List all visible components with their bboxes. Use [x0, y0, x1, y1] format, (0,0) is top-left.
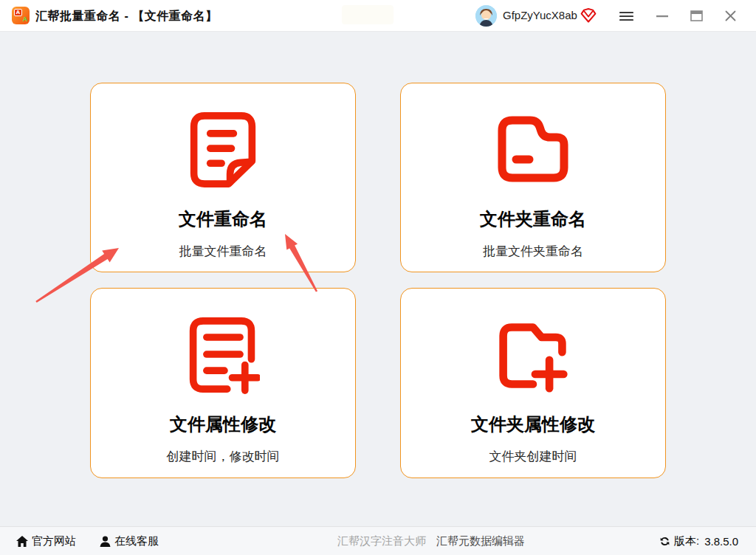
titlebar: A A 汇帮批量重命名 - 【文件重命名】 GfpZyYucX8ab — [0, 0, 756, 32]
folder-plus-icon — [496, 314, 570, 396]
maximize-icon[interactable] — [684, 6, 709, 26]
card-subtitle: 创建时间，修改时间 — [167, 448, 280, 465]
card-file-attributes[interactable]: 文件属性修改 创建时间，修改时间 — [90, 288, 356, 478]
username-label[interactable]: GfpZyYucX8ab — [503, 9, 577, 21]
person-icon — [100, 536, 111, 547]
card-title: 文件夹重命名 — [480, 207, 586, 231]
version-value: 3.8.5.0 — [704, 535, 738, 548]
file-plus-icon — [186, 314, 260, 396]
app-logo-icon: A A — [12, 7, 30, 24]
avatar-face-icon — [475, 5, 497, 27]
card-title: 文件夹属性修改 — [471, 413, 595, 436]
pinyin-app-link[interactable]: 汇帮汉字注音大师 — [337, 534, 426, 548]
folder-icon — [496, 108, 570, 191]
refresh-icon — [659, 536, 670, 547]
card-subtitle: 批量文件夹重命名 — [483, 243, 583, 260]
avatar[interactable] — [475, 5, 497, 27]
official-site-link[interactable]: 官方网站 — [16, 534, 76, 548]
window-title: 汇帮批量重命名 - 【文件重命名】 — [35, 9, 218, 24]
app-window: A A 汇帮批量重命名 - 【文件重命名】 GfpZyYucX8ab — [0, 0, 756, 555]
online-support-label: 在线客服 — [114, 534, 159, 548]
pinyin-app-label: 汇帮汉字注音大师 — [337, 534, 426, 548]
official-site-label: 官方网站 — [32, 534, 76, 548]
home-icon — [16, 536, 28, 547]
app-logo-letter: A — [23, 16, 28, 23]
minimize-icon[interactable] — [650, 6, 675, 26]
hamburger-menu-icon[interactable] — [614, 6, 639, 26]
app-logo-letter: A — [14, 9, 22, 16]
footer: 官方网站 在线客服 汇帮汉字注音大师 汇帮元数据编辑器 版本: 3.8.5.0 — [0, 526, 756, 555]
card-subtitle: 文件夹创建时间 — [489, 448, 577, 465]
close-icon[interactable] — [718, 6, 743, 26]
card-title: 文件属性修改 — [170, 413, 276, 436]
vip-gem-icon[interactable] — [580, 7, 597, 24]
file-lines-icon — [186, 108, 260, 191]
metadata-app-link[interactable]: 汇帮元数据编辑器 — [436, 534, 525, 548]
metadata-app-label: 汇帮元数据编辑器 — [436, 534, 525, 548]
card-file-rename[interactable]: 文件重命名 批量文件重命名 — [90, 83, 356, 272]
card-subtitle: 批量文件重命名 — [179, 243, 267, 260]
version-info[interactable]: 版本: 3.8.5.0 — [659, 534, 738, 548]
faded-banner — [342, 5, 394, 24]
card-folder-rename[interactable]: 文件夹重命名 批量文件夹重命名 — [400, 83, 666, 272]
version-label: 版本: — [674, 534, 699, 548]
card-folder-attributes[interactable]: 文件夹属性修改 文件夹创建时间 — [400, 288, 666, 478]
card-title: 文件重命名 — [179, 207, 267, 231]
online-support-link[interactable]: 在线客服 — [100, 534, 159, 548]
